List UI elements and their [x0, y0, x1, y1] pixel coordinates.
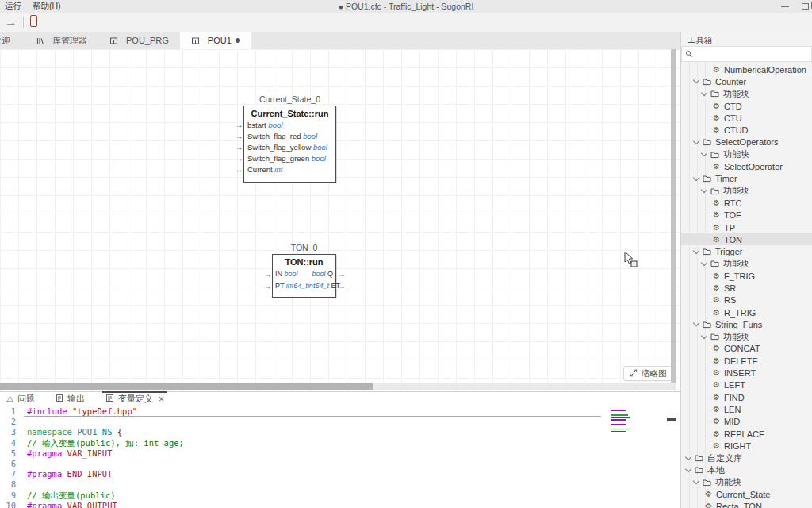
- code-editor[interactable]: 1#include "typeDef.hpp"23namespace POU1_…: [0, 406, 680, 508]
- tree-item-label: Current_State: [716, 490, 770, 499]
- gear-icon: ⚙: [713, 284, 720, 292]
- tab-pou-prg[interactable]: POU_PRG: [98, 32, 180, 49]
- tree-item-tof[interactable]: ⚙TOF: [681, 210, 812, 221]
- canvas-vscrollbar[interactable]: [671, 49, 676, 383]
- chevron-down-icon[interactable]: [693, 320, 699, 326]
- function-block[interactable]: TON::run→IN boolbool Q→→PT int64_tint64_…: [272, 254, 336, 298]
- tree-item-功能块[interactable]: 功能块: [681, 258, 812, 270]
- tree-item-ctud[interactable]: ⚙CTUD: [681, 124, 812, 136]
- tab-variable-definition[interactable]: 变量定义 ×: [105, 392, 164, 406]
- tree-item-selectoperator[interactable]: ⚙SelectOperator: [681, 160, 812, 172]
- cfc-canvas[interactable]: Current_State_0Current_State::run→bstart…: [0, 49, 680, 391]
- tree-item-mid[interactable]: ⚙MID: [681, 416, 812, 428]
- tree-item-right[interactable]: ⚙RIGHT: [681, 440, 812, 452]
- tree-item-本地[interactable]: 本地: [681, 464, 812, 476]
- port-type: bool: [285, 270, 298, 278]
- tree-item-label: 功能块: [723, 148, 749, 160]
- tree-item-label: F_TRIG: [724, 271, 755, 281]
- port-name: Switch_flag_yellow: [247, 143, 313, 152]
- chevron-down-icon[interactable]: [693, 138, 699, 144]
- code-line: 4// 输入变量(public), 如: int age;: [0, 438, 680, 448]
- minimize-button[interactable]: [781, 6, 789, 7]
- canvas-hscrollbar[interactable]: [0, 383, 676, 390]
- tree-item-tp[interactable]: ⚙TP: [681, 221, 812, 233]
- tree-item-counter[interactable]: Counter: [681, 75, 812, 87]
- tree-item-selectoperators[interactable]: SelectOperators: [681, 137, 812, 148]
- code-text: #pragma VAR_INPUT: [21, 448, 112, 459]
- code-line: 5#pragma VAR_INPUT: [0, 448, 680, 459]
- device-icon[interactable]: [30, 15, 37, 30]
- chevron-down-icon[interactable]: [693, 247, 699, 253]
- tree-item-find[interactable]: ⚙FIND: [681, 391, 812, 403]
- tree-item-concat[interactable]: ⚙CONCAT: [681, 343, 812, 355]
- tree-item-自定义库[interactable]: 自定义库: [681, 452, 812, 464]
- code-line: 9// 输出变量(public): [0, 491, 680, 501]
- tree-item-numbericaloperation[interactable]: ⚙NumbericalOperation: [681, 64, 812, 75]
- tree-item-string-funs[interactable]: String_Funs: [681, 318, 812, 330]
- tab-welcome[interactable]: 欢迎: [0, 32, 25, 49]
- menu-run[interactable]: 运行: [5, 1, 21, 12]
- tree-item-replace[interactable]: ⚙REPLACE: [681, 428, 812, 440]
- tree-item-功能块[interactable]: 功能块: [681, 331, 812, 343]
- canvas-hscroll-thumb[interactable]: [0, 383, 373, 390]
- line-number: 2: [0, 417, 21, 427]
- restore-button[interactable]: [802, 3, 809, 10]
- block-instance-label: Current_State_0: [243, 94, 336, 104]
- tab-pou1[interactable]: POU1: [180, 32, 251, 49]
- tree-item-sr[interactable]: ⚙SR: [681, 282, 812, 294]
- editor-vscroll-thumb[interactable]: [667, 418, 676, 421]
- tree-item-delete[interactable]: ⚙DELETE: [681, 355, 812, 367]
- close-icon[interactable]: ×: [159, 394, 164, 405]
- search-input[interactable]: [696, 49, 808, 59]
- tree-item-功能块[interactable]: 功能块: [681, 148, 812, 160]
- chevron-down-icon[interactable]: [701, 187, 707, 193]
- function-block[interactable]: Current_State::run→bstart bool→Switch_fl…: [243, 106, 336, 183]
- gear-icon: ⚙: [713, 224, 720, 232]
- toolbox-search[interactable]: [681, 46, 812, 62]
- code-text: [21, 479, 27, 490]
- tree-item-功能块[interactable]: 功能块: [681, 185, 812, 197]
- tree-item-len[interactable]: ⚙LEN: [681, 403, 812, 415]
- tree-item-label: 功能块: [723, 88, 749, 100]
- chevron-down-icon[interactable]: [701, 150, 707, 156]
- tree-item-current-state[interactable]: ⚙Current_State: [681, 488, 812, 500]
- tab-problems[interactable]: ⚠ 问题: [6, 392, 35, 406]
- chevron-down-icon[interactable]: [701, 332, 707, 338]
- chevron-down-icon[interactable]: [693, 77, 699, 83]
- tree-item-trigger[interactable]: Trigger: [681, 245, 812, 257]
- chevron-down-icon[interactable]: [701, 89, 707, 95]
- overview-map-button[interactable]: 缩略图: [623, 366, 673, 381]
- tree-item-label: CONCAT: [724, 344, 760, 353]
- tree-item-rs[interactable]: ⚙RS: [681, 294, 812, 306]
- chevron-down-icon[interactable]: [685, 466, 691, 472]
- tree-item-r-trig[interactable]: ⚙R_TRIG: [681, 306, 812, 318]
- deploy-arrow-icon[interactable]: →: [5, 14, 17, 30]
- chevron-down-icon[interactable]: [701, 260, 707, 266]
- tree-item-label: 功能块: [723, 258, 749, 270]
- port-arrow-icon: →: [336, 280, 347, 292]
- code-token: VAR_INPUT: [67, 448, 113, 458]
- tree-item-rtc[interactable]: ⚙RTC: [681, 197, 812, 209]
- menu-help[interactable]: 帮助(H): [33, 1, 61, 12]
- code-text: [21, 417, 27, 427]
- chevron-down-icon[interactable]: [685, 453, 691, 460]
- tree-item-recta-ton[interactable]: ⚙Recta_TON: [681, 501, 812, 508]
- port-right: bool Q: [312, 268, 333, 280]
- folder-icon: [695, 454, 703, 462]
- chevron-down-icon[interactable]: [693, 478, 699, 484]
- tree-item-left[interactable]: ⚙LEFT: [681, 379, 812, 391]
- canvas-vscroll-thumb[interactable]: [671, 49, 676, 383]
- search-icon: [685, 47, 693, 61]
- tree-item-ton[interactable]: ⚙TON: [681, 233, 812, 245]
- tree-item-功能块[interactable]: 功能块: [681, 476, 812, 488]
- tree-item-timer[interactable]: Timer: [681, 173, 812, 185]
- tab-output[interactable]: 输出: [56, 392, 85, 406]
- code-token: "typeDef.hpp": [72, 406, 137, 417]
- tree-item-ctd[interactable]: ⚙CTD: [681, 100, 812, 112]
- chevron-down-icon[interactable]: [693, 175, 699, 181]
- tree-item-功能块[interactable]: 功能块: [681, 88, 812, 100]
- tree-item-f-trig[interactable]: ⚙F_TRIG: [681, 270, 812, 282]
- tree-item-insert[interactable]: ⚙INSERT: [681, 367, 812, 379]
- tab-library-manager[interactable]: 库管理器: [25, 32, 98, 49]
- tree-item-ctu[interactable]: ⚙CTU: [681, 112, 812, 124]
